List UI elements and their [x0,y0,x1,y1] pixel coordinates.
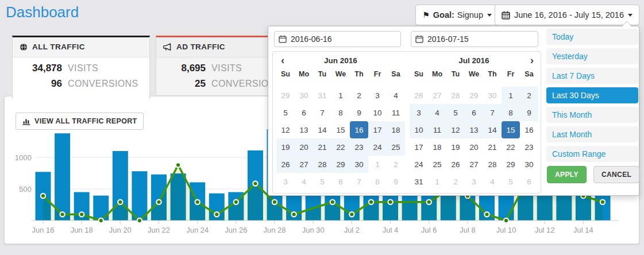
all-traffic-card[interactable]: ALL TRAFFIC 34,878 VISITS 96 CONVERSIONS [12,36,150,99]
calendar-day[interactable]: 12 [276,121,295,138]
calendar-day[interactable]: 18 [428,138,446,156]
calendar-day[interactable]: 4 [483,173,502,190]
calendar-day[interactable]: 1 [331,87,350,104]
calendar-day[interactable]: 25 [428,156,446,173]
calendar-day[interactable]: 3 [276,173,295,190]
calendar-day[interactable]: 4 [428,104,446,121]
range-option-yesterday[interactable]: Yesterday [546,48,638,64]
calendar-day[interactable]: 7 [313,104,331,121]
calendar-day[interactable]: 15 [331,121,350,138]
calendar-day[interactable]: 6 [520,173,538,190]
range-option-custom-range[interactable]: Custom Range [546,146,638,162]
calendar-day[interactable]: 8 [502,104,520,121]
calendar-day[interactable]: 5 [313,173,331,190]
calendar-day[interactable]: 30 [295,87,313,104]
calendar-day[interactable]: 29 [465,87,483,104]
calendar-day[interactable]: 7 [483,104,502,121]
calendar-day[interactable]: 21 [483,138,502,156]
calendar-day[interactable]: 5 [446,104,465,121]
calendar-day[interactable]: 31 [410,173,428,190]
range-option-this-month[interactable]: This Month [546,107,638,123]
calendar-day[interactable]: 5 [276,104,295,121]
calendar-day[interactable]: 4 [387,87,405,104]
calendar-day[interactable]: 21 [313,138,331,156]
chevron-left-icon[interactable]: ‹ [281,52,284,69]
range-option-last-30-days[interactable]: Last 30 Days [546,87,638,103]
calendar-day[interactable]: 10 [368,104,387,121]
calendar-day[interactable]: 5 [502,173,520,190]
calendar-day[interactable]: 9 [350,104,368,121]
calendar-day[interactable]: 14 [483,121,502,138]
calendar-day[interactable]: 28 [483,156,502,173]
calendar-day[interactable]: 8 [331,104,350,121]
calendar-day[interactable]: 16 [350,121,368,138]
calendar-day[interactable]: 10 [410,121,428,138]
calendar-day[interactable]: 27 [295,156,313,173]
calendar-day[interactable]: 30 [483,87,502,104]
calendar-day[interactable]: 27 [428,87,446,104]
calendar-day[interactable]: 13 [295,121,313,138]
date-range-button[interactable]: June 16, 2016 - July 15, 2016 [495,5,639,25]
calendar-day[interactable]: 2 [520,87,538,104]
calendar-day[interactable]: 1 [502,87,520,104]
calendar-day[interactable]: 2 [350,87,368,104]
calendar-day[interactable]: 29 [331,156,350,173]
calendar-day[interactable]: 26 [276,156,295,173]
calendar-day[interactable]: 15 [502,121,520,138]
calendar-day[interactable]: 17 [410,138,428,156]
calendar-day[interactable]: 2 [387,156,405,173]
calendar-day[interactable]: 29 [276,87,295,104]
calendar-day[interactable]: 26 [446,156,465,173]
calendar-day[interactable]: 3 [410,104,428,121]
calendar-day[interactable]: 1 [368,156,387,173]
calendar-day[interactable]: 25 [387,138,405,156]
calendar-day[interactable]: 4 [295,173,313,190]
calendar-day[interactable]: 1 [428,173,446,190]
calendar-day[interactable]: 28 [313,156,331,173]
calendar-day[interactable]: 16 [520,121,538,138]
calendar-day[interactable]: 3 [368,87,387,104]
calendar-day[interactable]: 26 [410,87,428,104]
calendar-day[interactable]: 31 [313,87,331,104]
calendar-day[interactable]: 22 [502,138,520,156]
calendar-day[interactable]: 30 [350,156,368,173]
calendar-day[interactable]: 7 [350,173,368,190]
calendar-day[interactable]: 6 [331,173,350,190]
calendar-day[interactable]: 3 [465,173,483,190]
calendar-day[interactable]: 30 [520,156,538,173]
calendar-day[interactable]: 20 [295,138,313,156]
apply-button[interactable]: APPLY [547,166,587,183]
calendar-day[interactable]: 19 [446,138,465,156]
calendar-day[interactable]: 9 [520,104,538,121]
calendar-day[interactable]: 2 [446,173,465,190]
calendar-day[interactable]: 27 [465,156,483,173]
calendar-day[interactable]: 8 [368,173,387,190]
calendar-day[interactable]: 24 [368,138,387,156]
calendar-day[interactable]: 11 [387,104,405,121]
calendar-day[interactable]: 23 [350,138,368,156]
calendar-day[interactable]: 6 [295,104,313,121]
range-option-last-month[interactable]: Last Month [546,126,638,142]
start-date-input[interactable] [274,31,401,47]
calendar-day[interactable]: 11 [428,121,446,138]
calendar-day[interactable]: 12 [446,121,465,138]
view-all-traffic-report-button[interactable]: VIEW ALL TRAFFIC REPORT [16,113,144,130]
calendar-day[interactable]: 24 [410,156,428,173]
goal-dropdown-button[interactable]: ⚑ Goal: Signup [415,5,499,25]
chevron-right-icon[interactable]: › [530,52,534,69]
calendar-day[interactable]: 28 [446,87,465,104]
calendar-day[interactable]: 29 [502,156,520,173]
range-option-today[interactable]: Today [546,29,638,45]
calendar-day[interactable]: 22 [331,138,350,156]
calendar-day[interactable]: 17 [368,121,387,138]
cancel-button[interactable]: CANCEL [593,166,639,183]
calendar-day[interactable]: 20 [465,138,483,156]
calendar-day[interactable]: 14 [313,121,331,138]
calendar-day[interactable]: 13 [465,121,483,138]
calendar-day[interactable]: 18 [387,121,405,138]
range-option-last-7-days[interactable]: Last 7 Days [546,68,638,84]
calendar-day[interactable]: 9 [387,173,405,190]
calendar-day[interactable]: 6 [465,104,483,121]
calendar-day[interactable]: 23 [520,138,538,156]
calendar-day[interactable]: 19 [276,138,295,156]
